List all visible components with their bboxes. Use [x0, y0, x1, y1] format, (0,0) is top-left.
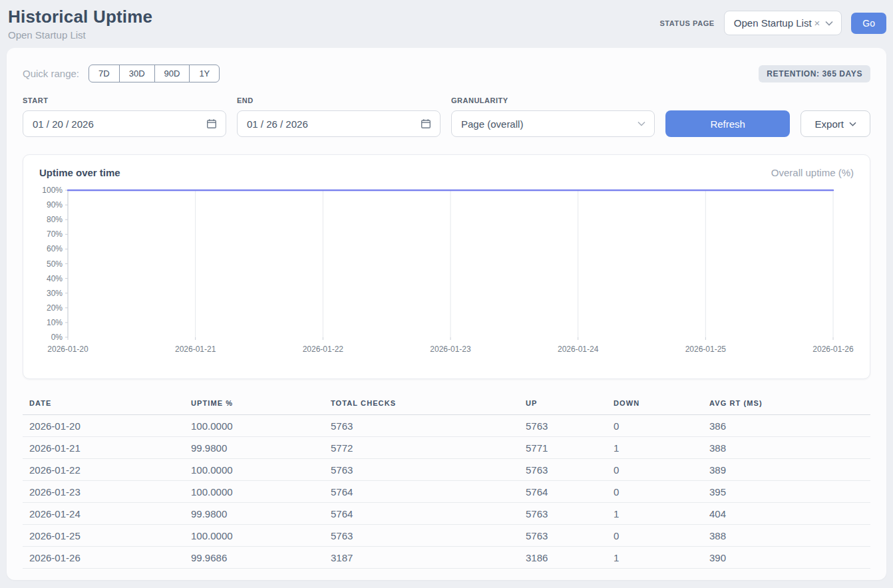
table-row: 2026-01-25100.0000576357630388: [23, 525, 870, 547]
uptime-chart-card: Uptime over time Overall uptime (%) 2026…: [23, 154, 870, 379]
refresh-button[interactable]: Refresh: [665, 110, 790, 137]
quick-range-row: Quick range: 7D30D90D1Y RETENTION: 365 D…: [23, 65, 870, 82]
table-cell: 2026-01-23: [23, 481, 191, 503]
status-page-selected-value: Open Startup List: [734, 17, 812, 29]
start-label: START: [23, 96, 226, 104]
svg-text:2026-01-22: 2026-01-22: [303, 345, 344, 354]
table-cell: 99.9686: [191, 547, 331, 569]
quick-range-30d-button[interactable]: 30D: [119, 65, 155, 82]
table-cell: 5764: [331, 481, 526, 503]
table-cell: 0: [614, 415, 709, 437]
svg-text:100%: 100%: [42, 186, 63, 195]
table-cell: 5764: [331, 503, 526, 525]
table-cell: 5763: [331, 415, 526, 437]
svg-text:2026-01-25: 2026-01-25: [685, 345, 727, 354]
uptime-table: DATEUPTIME %TOTAL CHECKSUPDOWNAVG RT (MS…: [23, 395, 870, 569]
table-row: 2026-01-20100.0000576357630386: [23, 415, 870, 437]
svg-text:60%: 60%: [47, 244, 63, 253]
table-header: DATEUPTIME %TOTAL CHECKSUPDOWNAVG RT (MS…: [23, 395, 870, 415]
table-body: 2026-01-20100.00005763576303862026-01-21…: [23, 415, 870, 569]
table-row: 2026-01-2499.9800576457631404: [23, 503, 870, 525]
svg-text:2026-01-23: 2026-01-23: [430, 345, 471, 354]
table-cell: 386: [709, 415, 870, 437]
table-cell: 99.9800: [191, 503, 331, 525]
column-header-down: DOWN: [614, 395, 709, 415]
main-panel: Quick range: 7D30D90D1Y RETENTION: 365 D…: [7, 48, 886, 580]
granularity-field: GRANULARITY Page (overall): [451, 96, 655, 137]
table-cell: 100.0000: [191, 525, 331, 547]
status-page-label: STATUS PAGE: [659, 19, 714, 27]
table-cell: 5763: [526, 415, 614, 437]
quick-range-90d-button[interactable]: 90D: [154, 65, 190, 82]
quick-range-1y-button[interactable]: 1Y: [189, 65, 220, 82]
table-cell: 390: [709, 547, 870, 569]
header-right: STATUS PAGE Open Startup List × Go: [659, 11, 886, 35]
export-button[interactable]: Export: [801, 110, 870, 137]
calendar-icon[interactable]: [206, 118, 217, 129]
table-cell: 0: [614, 481, 709, 503]
table-cell: 0: [614, 525, 709, 547]
table-cell: 1: [614, 503, 709, 525]
granularity-selected-value: Page (overall): [461, 118, 523, 130]
chart-title: Uptime over time: [39, 167, 120, 178]
start-date-field: START 01 / 20 / 2026: [23, 96, 226, 137]
svg-text:0%: 0%: [51, 333, 63, 342]
table-cell: 100.0000: [191, 459, 331, 481]
table-cell: 100.0000: [191, 415, 331, 437]
svg-text:2026-01-20: 2026-01-20: [47, 345, 89, 354]
table-cell: 389: [709, 459, 870, 481]
chevron-down-icon: [825, 21, 833, 26]
chevron-down-icon: [637, 121, 645, 126]
page-title: Historical Uptime: [8, 7, 152, 27]
column-header-avg-rt-ms: AVG RT (MS): [709, 395, 870, 415]
svg-text:2026-01-26: 2026-01-26: [812, 345, 854, 354]
svg-text:70%: 70%: [47, 229, 63, 239]
end-date-input[interactable]: 01 / 26 / 2026: [237, 110, 441, 137]
table-cell: 2026-01-22: [23, 459, 191, 481]
table-cell: 5763: [526, 503, 614, 525]
table-row: 2026-01-22100.0000576357630389: [23, 459, 870, 481]
svg-text:40%: 40%: [47, 274, 63, 283]
controls-row: START 01 / 20 / 2026 END 01 / 26 / 2026: [23, 96, 870, 137]
quick-range-7d-button[interactable]: 7D: [89, 65, 120, 82]
svg-text:20%: 20%: [47, 303, 63, 313]
svg-text:2026-01-24: 2026-01-24: [558, 345, 599, 354]
end-date-value: 01 / 26 / 2026: [247, 118, 308, 130]
table-cell: 5763: [331, 459, 526, 481]
quick-range-group: 7D30D90D1Y: [89, 65, 220, 82]
chart-legend: Overall uptime (%): [771, 167, 854, 178]
table-cell: 100.0000: [191, 481, 331, 503]
table-cell: 388: [709, 437, 870, 459]
table-cell: 5771: [526, 437, 614, 459]
table-cell: 2026-01-21: [23, 437, 191, 459]
table-cell: 395: [709, 481, 870, 503]
table-cell: 388: [709, 525, 870, 547]
start-date-input[interactable]: 01 / 20 / 2026: [23, 110, 226, 137]
table-cell: 2026-01-20: [23, 415, 191, 437]
svg-text:10%: 10%: [47, 318, 63, 327]
table-row: 2026-01-23100.0000576457640395: [23, 481, 870, 503]
chevron-down-icon: [849, 122, 856, 126]
table-cell: 5763: [526, 525, 614, 547]
clear-selection-icon[interactable]: ×: [814, 17, 820, 29]
chart-header: Uptime over time Overall uptime (%): [39, 167, 854, 178]
uptime-chart-svg: 2026-01-202026-01-212026-01-222026-01-23…: [39, 184, 855, 358]
export-button-label: Export: [815, 118, 844, 130]
quick-range-left: Quick range: 7D30D90D1Y: [23, 65, 220, 82]
table-cell: 99.9800: [191, 437, 331, 459]
table-row: 2026-01-2199.9800577257711388: [23, 437, 870, 459]
table-cell: 5764: [526, 481, 614, 503]
table-cell: 5763: [526, 459, 614, 481]
status-page-select[interactable]: Open Startup List ×: [724, 11, 842, 35]
start-date-value: 01 / 20 / 2026: [33, 118, 94, 130]
granularity-select[interactable]: Page (overall): [451, 110, 655, 137]
table-cell: 2026-01-24: [23, 503, 191, 525]
svg-text:2026-01-21: 2026-01-21: [175, 345, 216, 354]
go-button[interactable]: Go: [851, 13, 886, 34]
table-cell: 2026-01-26: [23, 547, 191, 569]
quick-range-label: Quick range:: [23, 68, 79, 79]
svg-text:90%: 90%: [47, 200, 63, 210]
table-cell: 3187: [331, 547, 526, 569]
svg-text:30%: 30%: [47, 289, 63, 298]
calendar-icon[interactable]: [421, 118, 431, 129]
